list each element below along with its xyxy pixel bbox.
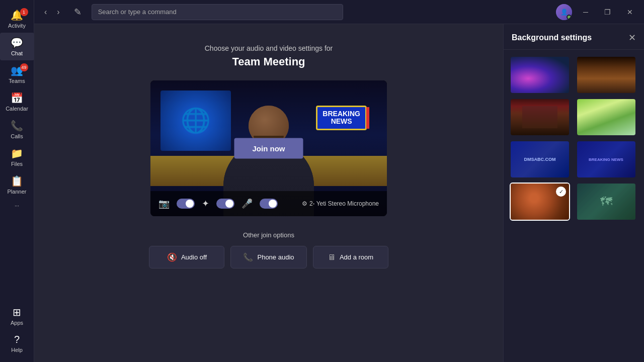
sidebar-item-apps[interactable]: ⊞ Apps	[0, 302, 34, 330]
audio-off-icon: 🔇	[167, 252, 177, 262]
sidebar-item-calls[interactable]: 📞 Calls	[0, 116, 34, 143]
audio-off-label: Audio off	[181, 253, 207, 261]
breaking-text: BREAKINGNEWS	[323, 110, 360, 126]
video-preview: 🌐 BREAKINGNEWS Join now 📷	[150, 80, 387, 216]
nav-buttons: ‹ ›	[40, 6, 64, 19]
sidebar-item-label: Calls	[11, 133, 23, 139]
bg-thumb-map[interactable]: 🗺	[576, 183, 636, 221]
add-room-icon: 🖥	[328, 253, 336, 262]
meeting-title-section: Choose your audio and video settings for…	[205, 44, 333, 68]
planner-icon: 📋	[11, 175, 23, 187]
sidebar-item-label: Help	[11, 347, 23, 353]
titlebar-right: 👤 ─ ❐ ✕	[556, 4, 638, 20]
join-options-row: 🔇 Audio off 📞 Phone audio 🖥 Add a room	[149, 246, 388, 268]
news1-thumbnail: DMSABC.COM	[511, 141, 569, 177]
bg-thumb-news2[interactable]: BREAKING NEWS	[576, 140, 636, 178]
back-button[interactable]: ‹	[40, 6, 51, 19]
bg-settings-close-button[interactable]: ✕	[628, 32, 636, 43]
galaxy-thumbnail	[511, 57, 569, 93]
teams-badge: 49	[20, 63, 28, 71]
gear-icon: ⚙	[302, 200, 307, 207]
mic-gear-label: ⚙ 2- Yeti Stereo Microphone	[302, 200, 379, 207]
breaking-bar	[366, 107, 369, 129]
bg-thumb-galaxy[interactable]	[510, 56, 570, 94]
background-settings-panel: Background settings ✕ DMSABC.COM	[503, 24, 644, 362]
sidebar-item-label: Teams	[9, 78, 25, 84]
compose-button[interactable]: ✎	[70, 5, 86, 20]
sidebar-item-planner[interactable]: 📋 Planner	[0, 171, 34, 199]
forward-button[interactable]: ›	[53, 6, 63, 19]
add-room-label: Add a room	[340, 253, 373, 261]
add-room-button[interactable]: 🖥 Add a room	[313, 246, 388, 268]
sidebar-item-chat[interactable]: 💬 Chat	[0, 33, 34, 60]
map-thumbnail: 🗺	[577, 184, 635, 220]
camera-icon: 📷	[158, 198, 170, 209]
sidebar: 🔔 Activity 1 💬 Chat 👥 Teams 49 📅 Calenda…	[0, 0, 34, 362]
sidebar-item-label: Planner	[8, 189, 27, 195]
chat-icon: 💬	[11, 37, 23, 49]
meeting-title: Team Meeting	[205, 55, 333, 68]
phone-audio-icon: 📞	[243, 252, 253, 262]
mic-device-label: 2- Yeti Stereo Microphone	[309, 200, 379, 207]
minimize-button[interactable]: ─	[578, 6, 593, 18]
blur-toggle[interactable]	[216, 199, 234, 209]
canyon-thumbnail	[577, 57, 635, 93]
sidebar-item-more[interactable]: ···	[0, 199, 34, 213]
sidebar-item-help[interactable]: ? Help	[0, 330, 34, 357]
sidebar-item-files[interactable]: 📁 Files	[0, 143, 34, 171]
phone-audio-label: Phone audio	[257, 253, 294, 261]
phone-audio-button[interactable]: 📞 Phone audio	[230, 246, 306, 268]
apps-icon: ⊞	[13, 306, 21, 318]
avatar[interactable]: 👤	[556, 4, 572, 20]
bg-thumb-pizza[interactable]: ✓	[510, 183, 570, 221]
main-content: Choose your audio and video settings for…	[34, 24, 503, 362]
sidebar-item-calendar[interactable]: 📅 Calendar	[0, 88, 34, 116]
bg-grid: DMSABC.COM BREAKING NEWS ✓ 🗺	[504, 50, 644, 227]
sidebar-item-label: Activity	[8, 23, 26, 29]
sidebar-item-teams[interactable]: 👥 Teams 49	[0, 60, 34, 88]
mic-toggle[interactable]	[260, 199, 278, 209]
online-indicator	[567, 15, 572, 20]
camera-toggle[interactable]	[177, 199, 195, 209]
meeting-subtitle: Choose your audio and video settings for	[205, 44, 333, 52]
controls-bar: 📷 ✦ 🎤 ⚙ 2- Yeti Stereo Microphone	[150, 191, 387, 216]
calls-icon: 📞	[11, 120, 23, 132]
search-bar[interactable]: Search or type a command	[92, 4, 343, 20]
bg-thumb-canyon[interactable]	[576, 56, 636, 94]
news2-thumbnail: BREAKING NEWS	[577, 141, 635, 177]
activity-badge: 1	[20, 8, 28, 16]
other-join-section: Other join options 🔇 Audio off 📞 Phone a…	[149, 231, 388, 268]
street-thumbnail	[511, 99, 569, 135]
selected-check-icon: ✓	[556, 187, 566, 197]
sidebar-item-label: Apps	[11, 320, 23, 326]
titlebar: ‹ › ✎ Search or type a command 👤 ─ ❐ ✕	[34, 0, 644, 24]
bg-thumb-street[interactable]	[510, 98, 570, 136]
files-icon: 📁	[11, 147, 23, 159]
globe-icon: 🌐	[181, 107, 211, 135]
cartoon-thumbnail	[577, 99, 635, 135]
more-label: ···	[15, 203, 19, 209]
search-placeholder: Search or type a command	[98, 8, 177, 16]
help-icon: ?	[14, 334, 20, 345]
other-join-title: Other join options	[149, 231, 388, 239]
close-button[interactable]: ✕	[622, 6, 638, 18]
camera-toggle-knob	[186, 200, 194, 208]
blur-toggle-knob	[225, 200, 233, 208]
mic-toggle-knob	[269, 200, 277, 208]
bg-settings-title: Background settings	[512, 33, 592, 42]
mic-icon: 🎤	[242, 198, 253, 209]
maximize-button[interactable]: ❐	[599, 6, 616, 18]
sidebar-item-activity[interactable]: 🔔 Activity 1	[0, 5, 34, 33]
bg-thumb-cartoon[interactable]	[576, 98, 636, 136]
bg-thumb-news1[interactable]: DMSABC.COM	[510, 140, 570, 178]
bg-settings-header: Background settings ✕	[504, 24, 644, 50]
calendar-icon: 📅	[11, 92, 23, 104]
sidebar-item-label: Files	[11, 161, 23, 167]
sidebar-item-label: Chat	[11, 50, 23, 56]
join-now-button[interactable]: Join now	[234, 138, 303, 159]
sidebar-item-label: Calendar	[6, 106, 28, 112]
blur-icon: ✦	[202, 198, 209, 209]
audio-off-button[interactable]: 🔇 Audio off	[149, 246, 224, 268]
